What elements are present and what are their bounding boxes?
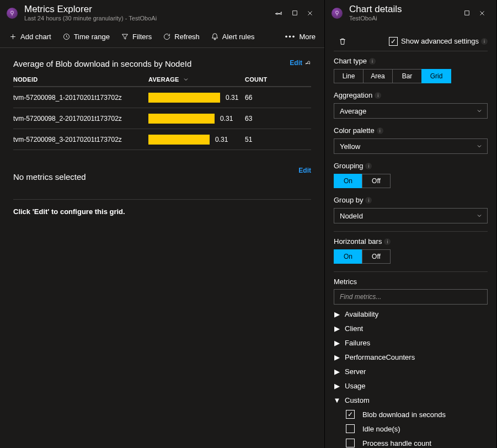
- table-row[interactable]: tvm-57200098_2-20170201t173702z0.3163: [13, 108, 311, 129]
- time-range-label: Time range: [74, 33, 110, 41]
- chevron-right-icon: ▶: [334, 353, 340, 361]
- close-icon[interactable]: [302, 6, 318, 21]
- cell-nodeid: tvm-57200098_3-20170201t173702z: [13, 136, 148, 143]
- hbar-label: Horizontal bars: [334, 237, 382, 246]
- chevron-right-icon: ▶: [334, 382, 340, 390]
- tree-perf[interactable]: ▶PerformanceCounters: [334, 350, 488, 364]
- chart2-edit-link[interactable]: Edit: [298, 167, 311, 174]
- svg-point-0: [11, 11, 14, 14]
- chevron-right-icon: ▶: [334, 339, 340, 347]
- aggregation-select[interactable]: Average: [334, 103, 488, 119]
- refresh-label: Refresh: [174, 33, 200, 41]
- tree-label: Failures: [345, 339, 370, 347]
- filters-button[interactable]: Filters: [115, 26, 157, 47]
- details-body: Show advanced settings i Chart type i Li…: [325, 26, 496, 448]
- content-area: Average of Blob download in seconds by N…: [0, 48, 324, 448]
- chart1-title: Average of Blob download in seconds by N…: [13, 59, 191, 68]
- col-count-header[interactable]: Count: [245, 76, 311, 83]
- metric-phc-checkbox[interactable]: [346, 439, 355, 447]
- edit-label: Edit: [298, 167, 311, 174]
- palette-value: Yellow: [340, 142, 360, 151]
- hbar-off[interactable]: Off: [362, 249, 391, 264]
- tree-label: Usage: [345, 382, 366, 390]
- app-icon: [7, 8, 18, 19]
- add-chart-button[interactable]: Add chart: [3, 26, 57, 47]
- chart-type-segmented: Line Area Bar Grid: [334, 69, 488, 83]
- metric-phc[interactable]: Process handle count: [346, 436, 488, 448]
- avg-value: 0.31: [220, 115, 233, 122]
- cell-average: 0.31: [148, 114, 245, 124]
- more-button[interactable]: ••• More: [280, 26, 321, 47]
- alert-rules-button[interactable]: Alert rules: [205, 26, 260, 47]
- title-block: Metrics Explorer Last 24 hours (30 minut…: [24, 4, 157, 23]
- close-icon[interactable]: [474, 6, 490, 21]
- chart1-edit-link[interactable]: Edit: [290, 59, 311, 67]
- tree-server[interactable]: ▶Server: [334, 364, 488, 378]
- delete-button[interactable]: [334, 33, 351, 50]
- show-advanced-label: Show advanced settings: [401, 37, 479, 45]
- time-range-button[interactable]: Time range: [57, 26, 115, 47]
- metric-idle-checkbox[interactable]: [346, 424, 355, 433]
- chevron-down-icon: ▼: [334, 396, 340, 404]
- tree-usage[interactable]: ▶Usage: [334, 378, 488, 393]
- metrics-search[interactable]: [334, 289, 488, 305]
- metrics-label: Metrics: [334, 278, 357, 286]
- divider: [334, 231, 488, 232]
- maximize-icon[interactable]: [287, 6, 302, 21]
- metrics-search-input[interactable]: [339, 292, 483, 301]
- palette-select[interactable]: Yellow: [334, 138, 488, 154]
- grid-header: NodeId Average Count: [13, 76, 311, 87]
- add-chart-label: Add chart: [20, 33, 51, 41]
- chart-type-area[interactable]: Area: [363, 69, 393, 83]
- bar-icon: [148, 93, 220, 103]
- info-icon[interactable]: i: [369, 58, 376, 65]
- svg-rect-4: [464, 11, 469, 15]
- bar-icon: [148, 135, 210, 145]
- chart-type-bar[interactable]: Bar: [392, 69, 422, 83]
- refresh-button[interactable]: Refresh: [157, 26, 205, 47]
- group-by-select[interactable]: NodeId: [334, 208, 488, 223]
- grouping-on[interactable]: On: [334, 174, 362, 188]
- grouping-toggle: On Off: [334, 174, 488, 188]
- table-row[interactable]: tvm-57200098_1-20170201t173702z0.3166: [13, 87, 311, 108]
- bar-icon: [148, 114, 215, 124]
- hbar-on[interactable]: On: [334, 249, 362, 264]
- info-icon[interactable]: i: [375, 92, 381, 99]
- maximize-icon[interactable]: [459, 6, 474, 21]
- table-row[interactable]: tvm-57200098_3-20170201t173702z0.3151: [13, 129, 311, 150]
- tree-availability[interactable]: ▶Availability: [334, 307, 488, 321]
- metric-blob[interactable]: Blob download in seconds: [346, 407, 488, 422]
- chart-type-grid[interactable]: Grid: [421, 69, 451, 83]
- grouping-off[interactable]: Off: [362, 174, 391, 188]
- tree-failures[interactable]: ▶Failures: [334, 335, 488, 350]
- pin-icon: [304, 60, 311, 66]
- toolbar: Add chart Time range Filters Refresh Ale…: [0, 26, 324, 48]
- metric-blob-checkbox[interactable]: [346, 410, 355, 419]
- info-icon[interactable]: i: [481, 38, 488, 45]
- cell-nodeid: tvm-57200098_1-20170201t173702z: [13, 94, 148, 102]
- hbar-toggle: On Off: [334, 249, 488, 264]
- col-node-header[interactable]: NodeId: [13, 76, 148, 83]
- chart-type-line[interactable]: Line: [334, 69, 364, 83]
- cell-count: 66: [245, 94, 311, 102]
- details-subtitle: TestOboAi: [349, 15, 402, 22]
- edit-label: Edit: [290, 59, 302, 67]
- tree-label: Availability: [345, 310, 378, 318]
- grouping-field: Grouping i On Off: [334, 162, 488, 188]
- app-icon: [332, 8, 343, 19]
- info-icon[interactable]: i: [377, 127, 383, 134]
- col-avg-header[interactable]: Average: [148, 76, 245, 83]
- info-icon[interactable]: i: [365, 163, 372, 169]
- info-icon[interactable]: i: [384, 238, 391, 245]
- info-icon[interactable]: i: [365, 197, 372, 204]
- chart2-title: No metrics selected: [13, 172, 86, 182]
- pin-icon[interactable]: [271, 6, 287, 21]
- divider: [334, 271, 488, 272]
- tree-custom[interactable]: ▼Custom: [334, 393, 488, 407]
- metric-idle[interactable]: Idle node(s): [346, 422, 488, 436]
- tree-client[interactable]: ▶Client: [334, 321, 488, 335]
- avg-header-text: Average: [148, 76, 179, 83]
- grid-body: tvm-57200098_1-20170201t173702z0.3166tvm…: [13, 87, 311, 150]
- show-advanced-checkbox[interactable]: [389, 37, 398, 46]
- chart-type-field: Chart type i Line Area Bar Grid: [334, 57, 488, 83]
